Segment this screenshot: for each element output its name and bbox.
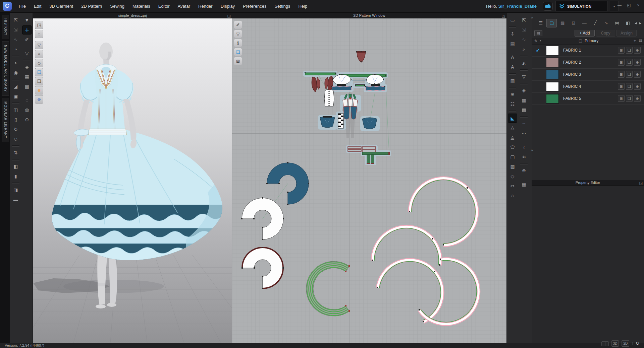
fabric-strip-tool[interactable]: ▬	[11, 195, 20, 204]
show-2d-button[interactable]: 2D	[622, 340, 629, 347]
gizmo-down-tool[interactable]: ▼	[22, 16, 32, 25]
gift-wrap-tool[interactable]: ▦	[519, 180, 529, 189]
show-avatar-head[interactable]: ☻	[35, 86, 43, 94]
folder-icon[interactable]: ▤	[534, 30, 542, 36]
fabric-add-icon[interactable]: ⊞	[618, 95, 625, 102]
add-pattern-tool[interactable]: ⊕	[519, 166, 529, 175]
fabric-add-icon[interactable]: ⊞	[618, 83, 625, 90]
text-tool[interactable]: A	[508, 63, 517, 72]
stitch-dots-tool[interactable]: ⋯	[519, 129, 529, 138]
pleats-tool[interactable]: ▥	[508, 76, 517, 85]
edit-texture-tool[interactable]: ◈	[22, 63, 32, 72]
show-info[interactable]: ℹ	[234, 39, 242, 47]
curve-edit-tool[interactable]: ✐	[22, 35, 32, 44]
fold-arrangement-tool[interactable]: ◢	[11, 82, 20, 91]
garment-front-tool[interactable]: ▯	[11, 115, 20, 124]
tab-texture[interactable]: ▨	[557, 19, 568, 27]
show-3d-pattern[interactable]: ❏	[35, 68, 43, 76]
pattern-checker-tool[interactable]: ▩	[22, 82, 32, 91]
sidebar-tab-modular-library[interactable]: MODULAR LIBRARY	[2, 98, 9, 142]
shirring-tool[interactable]: ≀	[519, 143, 529, 152]
fabric-swatch[interactable]	[546, 94, 559, 103]
pattern-shape-tool[interactable]: ⌂	[508, 191, 517, 200]
tab-fabric[interactable]: ❏	[546, 19, 557, 27]
folder-small-icon[interactable]: ▤	[639, 39, 642, 42]
assign-button[interactable]: Assign	[616, 30, 637, 37]
mn-sewing-tool[interactable]: ∿	[11, 35, 20, 44]
sidebar-tab-new-modular-library[interactable]: NEW MODULAR LIBRARY	[2, 41, 9, 96]
tack-on-avatar-tool[interactable]: ◉	[11, 68, 20, 77]
menu-item-3d-garment[interactable]: 3D Garment	[45, 0, 77, 13]
pattern-checker-2d[interactable]: ▩	[519, 106, 529, 115]
roll-tool[interactable]: ▮	[11, 172, 20, 181]
tab-button[interactable]: ⊡	[568, 19, 578, 27]
sewing-machine-select[interactable]: ⇱	[519, 16, 529, 25]
fabric-assign-icon[interactable]: ⊕	[634, 71, 641, 78]
roll-select-tool[interactable]: ◧	[11, 162, 20, 171]
edit-pencil-icon[interactable]: ✎	[534, 39, 538, 44]
tape-measure-tool[interactable]: ▤	[508, 39, 517, 48]
edit-point-tool[interactable]: △	[508, 123, 517, 132]
add-scheme-icon[interactable]: +	[634, 39, 636, 43]
pattern-2d-canvas[interactable]: ✐▽ℹ❏⊠	[232, 18, 506, 343]
fabric-strip-select-tool[interactable]: ◨	[11, 186, 20, 195]
fabric-row-3[interactable]: FABRIC 3⊞❏⊕	[532, 69, 644, 81]
fold-sewing-tool[interactable]: ◔	[11, 45, 20, 54]
tabs-scroll-left[interactable]: ◂	[634, 19, 638, 27]
sew-zoom[interactable]: ⌕	[519, 45, 529, 54]
fabric-clone-icon[interactable]: ❏	[626, 47, 633, 54]
tabs-scroll-right[interactable]: ▸	[638, 19, 642, 27]
fabric-swatch[interactable]	[546, 82, 559, 91]
show-ghost-garment[interactable]: ◌	[35, 30, 43, 38]
tab-list[interactable]: ☰	[536, 19, 546, 27]
property-editor-header[interactable]: Property Editor ◳	[532, 180, 644, 186]
fabric-add-icon[interactable]: ⊞	[618, 47, 625, 54]
pattern2d-header[interactable]: 2D Pattern Window ◳	[232, 13, 506, 18]
iron-tool[interactable]: ◭	[519, 59, 529, 68]
pattern-piece-skirt-panel-left[interactable]	[320, 116, 335, 128]
pencil-caret-icon[interactable]: ▾	[540, 39, 541, 42]
select-garment-tool[interactable]: ▽	[22, 49, 32, 58]
fabric-add-icon[interactable]: ⊞	[618, 59, 625, 66]
property-editor-popout-icon[interactable]: ◳	[639, 180, 643, 186]
select-garment-2d[interactable]: ▽	[519, 72, 529, 81]
show-garment-2d[interactable]: ▽	[234, 30, 242, 38]
simulation-button[interactable]: SIMULATION	[555, 1, 608, 11]
lock-pattern[interactable]: ⊠	[234, 57, 242, 65]
pattern-pair-tool[interactable]: ☷	[508, 100, 517, 109]
zipper-tool[interactable]: ⇅	[11, 148, 20, 157]
menu-item-display[interactable]: Display	[217, 0, 239, 13]
menu-item-edit[interactable]: Edit	[30, 0, 45, 13]
free-sewing-tool[interactable]: ⇲	[11, 25, 20, 34]
copy-button[interactable]: Copy	[596, 30, 615, 37]
tab-puckering[interactable]: ∿	[601, 19, 611, 27]
tab-topstitch[interactable]: ╱	[590, 19, 600, 27]
viewport-3d-canvas[interactable]: ◳◌▽⌖☺❏❏☻⊕	[33, 18, 232, 343]
menu-item-sewing[interactable]: Sewing	[106, 0, 128, 13]
add-point-tool[interactable]: ◬	[508, 133, 517, 142]
show-3d-pattern-mesh[interactable]: ❏	[35, 77, 43, 85]
move-tool[interactable]: ✛	[22, 25, 32, 34]
fabric-row-2[interactable]: FABRIC 2⊞❏⊕	[532, 57, 644, 69]
fabric-row-4[interactable]: FABRIC 4⊞❏⊕	[532, 81, 644, 93]
fabric-clone-icon[interactable]: ❏	[626, 95, 633, 102]
sync-refresh-button[interactable]: ↻	[636, 341, 639, 346]
panel-collapse-arrow-top[interactable]: »	[531, 15, 533, 19]
jacket-tool[interactable]: ▣	[11, 92, 20, 101]
edit-pattern-tool[interactable]: ◣	[508, 114, 517, 123]
primary-section-bar[interactable]: ✎ ▾ ▢ Primary + ▤	[532, 38, 644, 45]
show-avatar[interactable]: ☺	[35, 59, 43, 67]
menu-item-editor[interactable]: Editor	[154, 0, 174, 13]
fabric-add-icon[interactable]: ⊞	[618, 71, 625, 78]
free-sew-2d[interactable]: ∿	[519, 35, 529, 44]
restore-window-button[interactable]: ◰	[626, 3, 632, 8]
fabric-swatch[interactable]	[546, 70, 559, 79]
show-3d-button[interactable]: 3D	[611, 340, 619, 347]
menu-item-file[interactable]: File	[15, 0, 30, 13]
show-pins[interactable]: ⌖	[35, 50, 43, 58]
basting-tool[interactable]: ┄	[519, 119, 529, 128]
pattern-measure-tool[interactable]: ⇕	[508, 29, 517, 39]
pattern-piece-skirt-panel-right[interactable]	[362, 118, 377, 129]
fit-to-avatar-tool[interactable]: ☺	[11, 135, 20, 144]
split-view-button[interactable]	[601, 341, 609, 346]
